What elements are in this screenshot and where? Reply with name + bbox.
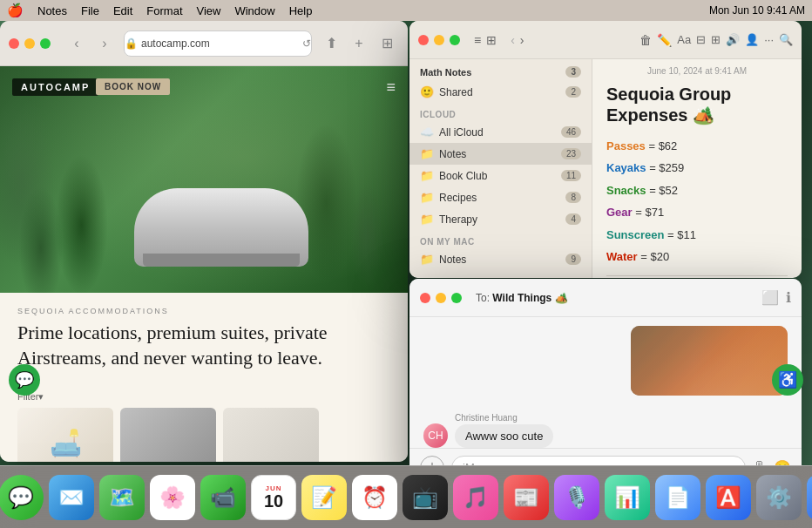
new-tab-button[interactable]: + xyxy=(347,31,371,56)
apple-menu[interactable]: 🍎 xyxy=(7,3,24,18)
dock-facetime[interactable]: 📹 xyxy=(200,475,246,520)
page-headline: Prime locations, premium suites, private… xyxy=(17,321,390,370)
dock-calendar[interactable]: JUN 10 xyxy=(251,475,296,520)
math-notes-count: 3 xyxy=(565,66,581,78)
sidebar-item-book-club[interactable]: 📁 Book Club 11 xyxy=(409,165,592,186)
book-now-button[interactable]: BOOK NOW xyxy=(96,78,170,95)
back-button[interactable]: ‹ xyxy=(64,31,89,56)
maximize-button[interactable] xyxy=(40,38,51,49)
notes-folder-label: Notes xyxy=(439,148,466,160)
notes-minimize-button[interactable] xyxy=(434,35,444,45)
sidebar-toggle[interactable]: ⊞ xyxy=(375,31,399,56)
sidebar-item-therapy[interactable]: 📁 Therapy 4 xyxy=(409,208,592,230)
messages-close-button[interactable] xyxy=(420,293,430,303)
dock-numbers[interactable]: 📊 xyxy=(605,475,650,520)
filter-section[interactable]: Filter▾ xyxy=(0,384,408,408)
audio-message-icon[interactable]: 🎙 xyxy=(753,459,767,465)
dock-music[interactable]: 🎵 xyxy=(453,475,498,520)
dock-mail[interactable]: ✉️ xyxy=(49,475,94,520)
dock-settings[interactable]: ⚙️ xyxy=(756,475,802,520)
shared-icon: 🙂 xyxy=(420,85,434,98)
notes-maximize-button[interactable] xyxy=(450,35,460,45)
notes-folder-icon: 📁 xyxy=(420,147,434,160)
passes-text: Passes xyxy=(606,139,646,152)
dock-iphone-mirroring[interactable]: 📱 xyxy=(807,475,812,520)
accessibility-button[interactable]: ♿ xyxy=(772,364,803,396)
dock-news[interactable]: 📰 xyxy=(504,475,549,520)
sidebar-item-shared[interactable]: 🙂 Shared 2 xyxy=(409,81,592,103)
safari-window: ‹ › 🔒 autocamp.com ↺ ⬆ + ⊞ AUTOCAMP BOOK… xyxy=(0,21,408,462)
notes-new-note[interactable]: ✏️ xyxy=(657,33,672,47)
notes-back[interactable]: ‹ xyxy=(511,33,515,47)
notes-more[interactable]: ··· xyxy=(764,33,774,47)
message-row-christine: CH Christine Huang Awww soo cute xyxy=(423,413,788,448)
messages-toolbar: To: Wild Things 🏕️ ⬜ ℹ xyxy=(409,279,802,317)
messages-traffic-lights xyxy=(420,293,462,303)
close-button[interactable] xyxy=(9,38,19,49)
add-attachment-button[interactable]: + xyxy=(420,456,444,466)
address-bar[interactable]: 🔒 autocamp.com ↺ xyxy=(124,30,312,57)
messages-minimize-button[interactable] xyxy=(436,293,446,303)
snacks-text: Snacks xyxy=(606,184,646,197)
notes-math-header: Math Notes 3 xyxy=(409,59,592,81)
refresh-icon[interactable]: ↺ xyxy=(302,37,311,50)
christine-bubble: Awww soo cute xyxy=(455,424,553,448)
menu-notes[interactable]: Notes xyxy=(37,4,67,17)
gear-value: = $71 xyxy=(633,206,665,219)
sunscreen-text: Sunscreen xyxy=(606,228,664,241)
menu-file[interactable]: File xyxy=(81,4,99,17)
emoji-picker-icon[interactable]: 😊 xyxy=(774,459,791,465)
menu-edit[interactable]: Edit xyxy=(113,4,132,17)
hero-image: AUTOCAMP BOOK NOW ≡ xyxy=(0,66,408,293)
dock-messages[interactable]: 💬 xyxy=(0,475,44,520)
chat-floating-button[interactable]: 💬 xyxy=(9,364,40,396)
sidebar-item-all-icloud[interactable]: ☁️ All iCloud 46 xyxy=(409,121,592,143)
math-notes-label[interactable]: Math Notes xyxy=(420,67,471,78)
dock-reminders[interactable]: ⏰ xyxy=(352,475,397,520)
dock-appstore[interactable]: 🅰️ xyxy=(706,475,751,520)
notes-font[interactable]: Aa xyxy=(677,33,691,47)
christine-sender: Christine Huang xyxy=(455,413,553,423)
sidebar-item-recipes[interactable]: 📁 Recipes 8 xyxy=(409,186,592,208)
video-call-icon[interactable]: ⬜ xyxy=(761,289,779,306)
minimize-button[interactable] xyxy=(24,38,35,49)
share-button[interactable]: ⬆ xyxy=(319,31,343,56)
notes-share[interactable]: 👤 xyxy=(745,33,759,47)
notes-grid[interactable]: ⊞ xyxy=(711,33,721,47)
menu-help[interactable]: Help xyxy=(289,4,313,17)
sidebar-item-notes[interactable]: 📁 Notes 23 xyxy=(409,143,592,165)
dock-photos[interactable]: 🌸 xyxy=(150,475,195,520)
notes-delete[interactable]: 🗑 xyxy=(639,33,652,47)
safari-traffic-lights xyxy=(9,38,51,49)
notes-search[interactable]: 🔍 xyxy=(779,33,793,47)
new-folder-button[interactable]: + New Folder xyxy=(409,270,592,278)
info-icon[interactable]: ℹ xyxy=(786,289,791,306)
notes-toolbar: ≡ ⊞ ‹ › 🗑 ✏️ Aa ⊟ ⊞ 🔊 👤 ··· 🔍 xyxy=(409,21,802,59)
notes-sidebar-toggle[interactable]: ≡ xyxy=(474,33,481,47)
dock-appletv[interactable]: 📺 xyxy=(403,475,448,520)
sidebar-item-my-notes[interactable]: 📁 Notes 9 xyxy=(409,248,592,270)
notes-grid-view[interactable]: ⊞ xyxy=(486,33,497,47)
menubar: 🍎 Notes File Edit Format View Window Hel… xyxy=(0,0,812,21)
message-input[interactable]: iMessage xyxy=(451,456,746,466)
shared-count: 2 xyxy=(565,86,581,98)
dock-maps[interactable]: 🗺️ xyxy=(99,475,145,520)
hamburger-menu-icon[interactable]: ≡ xyxy=(386,78,396,97)
recipes-icon: 📁 xyxy=(420,191,434,204)
passes-value: = $62 xyxy=(646,139,678,152)
menu-view[interactable]: View xyxy=(197,4,221,17)
notes-audio[interactable]: 🔊 xyxy=(726,33,740,47)
dock-podcasts[interactable]: 🎙️ xyxy=(554,475,599,520)
notes-forward[interactable]: › xyxy=(520,33,524,47)
dock-notes[interactable]: 📝 xyxy=(301,475,347,520)
safari-content: AUTOCAMP BOOK NOW ≡ SEQUOIA ACCOMMODATIO… xyxy=(0,66,408,462)
on-my-mac-label: On My Mac xyxy=(409,230,592,248)
menu-format[interactable]: Format xyxy=(146,4,182,17)
messages-maximize-button[interactable] xyxy=(451,293,462,303)
forward-button[interactable]: › xyxy=(92,31,117,56)
menu-window[interactable]: Window xyxy=(234,4,274,17)
notes-table[interactable]: ⊟ xyxy=(696,33,706,47)
dock-pages[interactable]: 📄 xyxy=(655,475,700,520)
kayaks-text: Kayaks xyxy=(606,161,646,174)
notes-close-button[interactable] xyxy=(418,35,429,45)
